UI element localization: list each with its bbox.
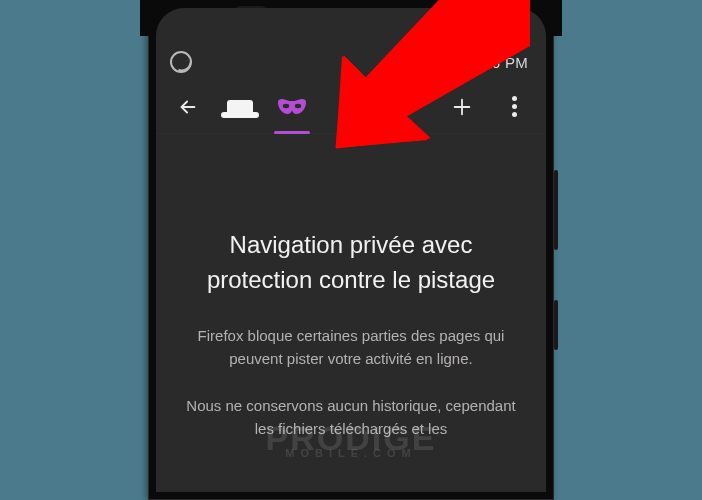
svg-point-1 [295, 103, 301, 107]
tabs-toolbar [156, 80, 546, 134]
phone-frame: 4:56 PM [148, 0, 554, 500]
svg-point-0 [283, 103, 289, 107]
power-button [554, 300, 558, 350]
mask-icon [276, 98, 308, 116]
status-bar: 4:56 PM [156, 44, 546, 80]
hat-icon [227, 100, 253, 114]
screen: 4:56 PM [156, 8, 546, 492]
menu-button[interactable] [488, 80, 540, 134]
battery-icon [453, 54, 464, 71]
normal-tab[interactable] [214, 80, 266, 134]
clock: 4:56 PM [470, 54, 528, 71]
watermark: PRODIGE MOBILE.COM [266, 427, 437, 458]
volume-button [554, 170, 558, 250]
signal-icon [425, 55, 447, 70]
page-title: Navigation privée avec protection contre… [186, 228, 516, 298]
new-tab-button[interactable] [436, 80, 488, 134]
page-paragraph-1: Firefox bloque certaines parties des pag… [186, 324, 516, 371]
firefox-icon [170, 51, 192, 73]
private-tab[interactable] [266, 80, 318, 134]
back-button[interactable] [162, 80, 214, 134]
kebab-icon [512, 96, 517, 117]
active-tab-indicator [274, 131, 310, 134]
